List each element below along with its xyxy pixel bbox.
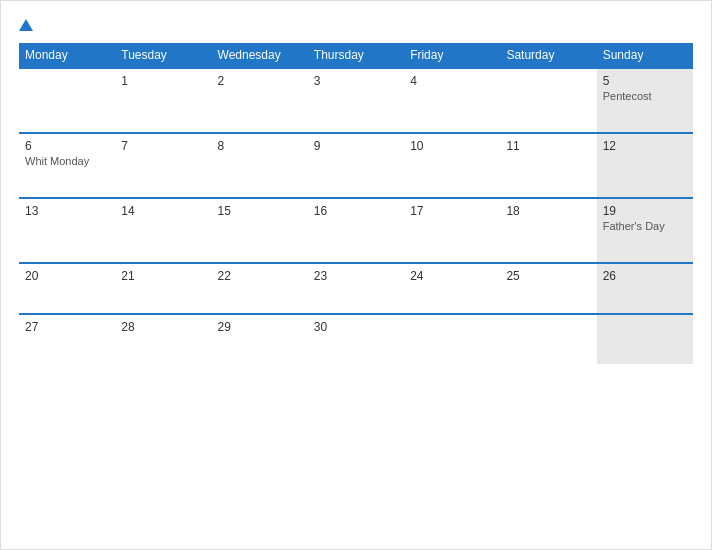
calendar-cell: 27 bbox=[19, 314, 115, 364]
calendar-cell: 2 bbox=[212, 68, 308, 133]
week-row-3: 13141516171819Father's Day bbox=[19, 198, 693, 263]
day-header-saturday: Saturday bbox=[500, 43, 596, 68]
calendar-cell bbox=[500, 314, 596, 364]
days-header-row: MondayTuesdayWednesdayThursdayFridaySatu… bbox=[19, 43, 693, 68]
calendar-cell: 6Whit Monday bbox=[19, 133, 115, 198]
day-number: 3 bbox=[314, 74, 398, 88]
day-number: 7 bbox=[121, 139, 205, 153]
day-number: 27 bbox=[25, 320, 109, 334]
day-number: 14 bbox=[121, 204, 205, 218]
calendar-container: MondayTuesdayWednesdayThursdayFridaySatu… bbox=[0, 0, 712, 550]
calendar-cell: 8 bbox=[212, 133, 308, 198]
calendar-cell: 25 bbox=[500, 263, 596, 314]
calendar-cell: 29 bbox=[212, 314, 308, 364]
calendar-header bbox=[19, 19, 693, 31]
week-row-2: 6Whit Monday789101112 bbox=[19, 133, 693, 198]
day-number: 21 bbox=[121, 269, 205, 283]
logo-blue-text bbox=[19, 19, 35, 31]
calendar-cell bbox=[404, 314, 500, 364]
calendar-cell: 20 bbox=[19, 263, 115, 314]
calendar-cell: 21 bbox=[115, 263, 211, 314]
logo bbox=[19, 19, 35, 31]
day-number: 24 bbox=[410, 269, 494, 283]
calendar-cell: 17 bbox=[404, 198, 500, 263]
day-number: 2 bbox=[218, 74, 302, 88]
calendar-cell: 5Pentecost bbox=[597, 68, 693, 133]
day-number: 13 bbox=[25, 204, 109, 218]
logo-triangle-icon bbox=[19, 19, 33, 31]
day-number: 6 bbox=[25, 139, 109, 153]
day-number: 30 bbox=[314, 320, 398, 334]
day-header-sunday: Sunday bbox=[597, 43, 693, 68]
day-header-tuesday: Tuesday bbox=[115, 43, 211, 68]
day-number: 17 bbox=[410, 204, 494, 218]
day-number: 25 bbox=[506, 269, 590, 283]
calendar-cell: 1 bbox=[115, 68, 211, 133]
calendar-cell: 3 bbox=[308, 68, 404, 133]
calendar-cell: 30 bbox=[308, 314, 404, 364]
day-number: 15 bbox=[218, 204, 302, 218]
day-number: 11 bbox=[506, 139, 590, 153]
day-number: 18 bbox=[506, 204, 590, 218]
day-number: 20 bbox=[25, 269, 109, 283]
calendar-cell bbox=[597, 314, 693, 364]
calendar-cell: 7 bbox=[115, 133, 211, 198]
day-number: 1 bbox=[121, 74, 205, 88]
day-number: 22 bbox=[218, 269, 302, 283]
calendar-table: MondayTuesdayWednesdayThursdayFridaySatu… bbox=[19, 43, 693, 364]
calendar-cell: 24 bbox=[404, 263, 500, 314]
day-number: 16 bbox=[314, 204, 398, 218]
day-number: 23 bbox=[314, 269, 398, 283]
calendar-cell: 14 bbox=[115, 198, 211, 263]
day-number: 10 bbox=[410, 139, 494, 153]
calendar-cell: 22 bbox=[212, 263, 308, 314]
week-row-1: 12345Pentecost bbox=[19, 68, 693, 133]
day-number: 4 bbox=[410, 74, 494, 88]
day-number: 8 bbox=[218, 139, 302, 153]
day-number: 28 bbox=[121, 320, 205, 334]
day-event: Father's Day bbox=[603, 220, 687, 232]
calendar-cell: 9 bbox=[308, 133, 404, 198]
day-header-wednesday: Wednesday bbox=[212, 43, 308, 68]
calendar-cell: 19Father's Day bbox=[597, 198, 693, 263]
calendar-cell: 12 bbox=[597, 133, 693, 198]
day-number: 29 bbox=[218, 320, 302, 334]
calendar-cell: 11 bbox=[500, 133, 596, 198]
day-header-friday: Friday bbox=[404, 43, 500, 68]
calendar-cell: 16 bbox=[308, 198, 404, 263]
day-number: 9 bbox=[314, 139, 398, 153]
day-event: Whit Monday bbox=[25, 155, 109, 167]
calendar-cell: 23 bbox=[308, 263, 404, 314]
calendar-cell: 26 bbox=[597, 263, 693, 314]
day-event: Pentecost bbox=[603, 90, 687, 102]
calendar-cell bbox=[500, 68, 596, 133]
day-number: 5 bbox=[603, 74, 687, 88]
calendar-cell bbox=[19, 68, 115, 133]
calendar-cell: 28 bbox=[115, 314, 211, 364]
day-header-monday: Monday bbox=[19, 43, 115, 68]
calendar-cell: 18 bbox=[500, 198, 596, 263]
day-number: 12 bbox=[603, 139, 687, 153]
calendar-cell: 10 bbox=[404, 133, 500, 198]
calendar-cell: 15 bbox=[212, 198, 308, 263]
day-header-thursday: Thursday bbox=[308, 43, 404, 68]
calendar-cell: 13 bbox=[19, 198, 115, 263]
week-row-5: 27282930 bbox=[19, 314, 693, 364]
calendar-cell: 4 bbox=[404, 68, 500, 133]
day-number: 26 bbox=[603, 269, 687, 283]
week-row-4: 20212223242526 bbox=[19, 263, 693, 314]
day-number: 19 bbox=[603, 204, 687, 218]
